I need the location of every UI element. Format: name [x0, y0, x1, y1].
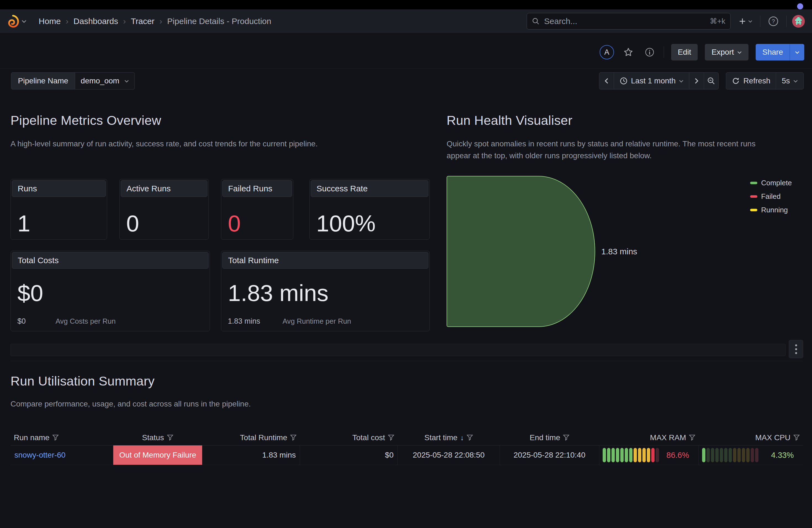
os-top-strip [0, 0, 812, 10]
grafana-dashboard: Home › Dashboards › Tracer › Pipeline De… [0, 0, 812, 528]
column-header-run-name[interactable]: Run name [11, 433, 113, 442]
stat-panel-header[interactable]: Active Runs [121, 180, 207, 197]
filter-icon[interactable] [167, 435, 173, 441]
add-new-button[interactable] [736, 14, 755, 28]
stat-panel-success-rate: Success Rate 100% [309, 179, 430, 240]
chart-legend: Complete Failed Running [750, 179, 792, 214]
chevron-down-icon [21, 19, 27, 23]
stat-panel-active-runs: Active Runs 0 [119, 179, 209, 240]
run-link[interactable]: snowy-otter-60 [14, 451, 66, 459]
column-header-start-time[interactable]: Start time ↓ [398, 433, 500, 442]
metrics-section-description: A high-level summary of run activity, su… [11, 138, 430, 150]
legend-item-failed[interactable]: Failed [750, 192, 792, 201]
stat-panel-total-costs: Total Costs $0 $0 Avg Costs per Run [11, 251, 210, 332]
section-divider [11, 361, 803, 361]
gauge-segment [634, 448, 637, 462]
favorite-button[interactable] [621, 45, 636, 59]
gauge-segment [711, 448, 714, 462]
breadcrumb-home[interactable]: Home [39, 17, 61, 26]
cpu-gauge-value: 4.33% [771, 451, 794, 460]
gauge-segment [616, 448, 619, 462]
filter-icon[interactable] [290, 435, 296, 441]
export-button[interactable]: Export [705, 44, 749, 60]
time-range-label: Last 1 month [631, 76, 676, 85]
gauge-segment [702, 448, 706, 462]
time-zoom-out-button[interactable] [704, 72, 719, 89]
pipeline-name-label: Pipeline Name [11, 72, 75, 89]
legend-item-running[interactable]: Running [750, 206, 792, 214]
health-section-description: Quickly spot anomalies in recent runs by… [447, 138, 771, 162]
refresh-button[interactable]: Refresh [726, 72, 776, 89]
time-shift-forward-button[interactable] [689, 72, 704, 89]
run-utilisation-table: Run name Status Total Runtime Total cost [11, 430, 803, 465]
time-controls: Last 1 month [599, 72, 804, 89]
column-header-end-time[interactable]: End time [500, 433, 599, 442]
stat-panel-header[interactable]: Total Costs [12, 252, 208, 269]
grafana-logo[interactable] [6, 15, 27, 28]
gauge-segment [642, 448, 646, 462]
stat-value-total-runtime: 1.83 mins [228, 281, 329, 305]
filter-icon[interactable] [388, 435, 394, 441]
edit-button[interactable]: Edit [671, 44, 698, 60]
header-separator [0, 69, 812, 69]
search-field[interactable] [543, 16, 706, 26]
filter-icon[interactable] [793, 435, 800, 441]
stat-panel-header[interactable]: Total Runtime [222, 252, 429, 269]
refresh-interval-select[interactable]: 5s [776, 72, 804, 89]
gauge-segment [737, 448, 741, 462]
help-button[interactable]: ? [766, 14, 781, 28]
filter-icon[interactable] [563, 435, 569, 441]
info-icon [645, 47, 654, 57]
panel-menu-button[interactable] [789, 340, 803, 358]
share-dropdown-button[interactable] [789, 44, 804, 60]
gauge-segment [707, 448, 710, 462]
breadcrumb-current-dashboard[interactable]: Pipeline Details - Production [167, 17, 271, 26]
table-header-row: Run name Status Total Runtime Total cost [11, 430, 803, 445]
search-input[interactable]: ⌘+k [527, 13, 730, 30]
stat-panel-header[interactable]: Failed Runs [222, 180, 292, 197]
filter-icon[interactable] [52, 435, 59, 441]
breadcrumb-tracer[interactable]: Tracer [131, 17, 155, 26]
stat-panel-header[interactable]: Success Rate [311, 180, 429, 197]
column-header-max-ram[interactable]: MAX RAM [599, 433, 699, 442]
recording-indicator-dot [797, 3, 803, 10]
kebab-icon [795, 344, 797, 346]
column-label: Total cost [352, 433, 385, 442]
share-split-button: Share [756, 44, 804, 60]
pipeline-name-select[interactable]: demo_oom [75, 72, 135, 89]
stat-panel-header[interactable]: Runs [12, 180, 106, 197]
chevron-left-icon [604, 78, 608, 84]
gauge-segment [656, 448, 659, 462]
column-header-total-runtime[interactable]: Total Runtime [202, 433, 300, 442]
dashboard-owner-avatar[interactable]: A [599, 45, 614, 59]
filter-icon[interactable] [689, 435, 695, 441]
user-avatar[interactable] [792, 15, 805, 28]
time-range-picker[interactable]: Last 1 month [614, 72, 690, 89]
collapsed-panel-row[interactable] [11, 344, 785, 356]
column-label: End time [530, 433, 561, 442]
legend-item-complete[interactable]: Complete [750, 179, 792, 187]
filter-icon[interactable] [466, 435, 473, 441]
gauge-segment [746, 448, 750, 462]
column-header-max-cpu[interactable]: MAX CPU [699, 433, 803, 442]
column-label: Start time [424, 433, 458, 442]
time-shift-back-button[interactable] [599, 72, 614, 89]
kebab-icon [795, 352, 797, 354]
chevron-down-icon [793, 79, 798, 83]
breadcrumb-dashboards[interactable]: Dashboards [73, 17, 118, 26]
stat-value-runs: 1 [17, 212, 30, 235]
pipeline-variable-picker: Pipeline Name demo_oom [11, 72, 135, 89]
stat-value-success-rate: 100% [316, 212, 376, 235]
cell-start-time: 2025-05-28 22:08:50 [398, 445, 500, 465]
column-header-status[interactable]: Status [113, 433, 202, 442]
gauge-segment [724, 448, 727, 462]
gauge-segment [751, 448, 754, 462]
share-button[interactable]: Share [756, 44, 789, 60]
search-icon [532, 17, 540, 25]
avatar-creature-icon [794, 17, 803, 26]
column-header-total-cost[interactable]: Total cost [300, 433, 398, 442]
zoom-out-icon [707, 77, 715, 85]
summary-section-header: Run Utilisation Summary Compare performa… [11, 373, 563, 410]
clock-icon [620, 77, 628, 85]
dashboard-info-button[interactable] [643, 45, 656, 59]
